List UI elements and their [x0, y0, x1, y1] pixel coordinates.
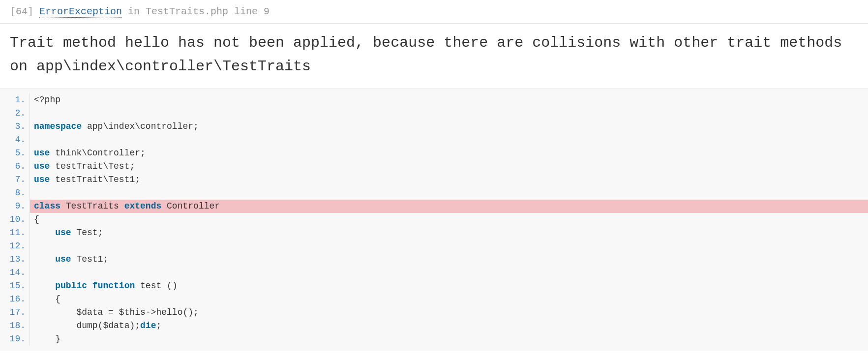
- line-content: [30, 107, 868, 120]
- line-number: 3.: [0, 120, 30, 133]
- file-line: TestTraits.php line 9: [146, 6, 269, 17]
- line-number: 2.: [0, 107, 30, 120]
- line-number: 19.: [0, 332, 30, 346]
- line-content: use think\Controller;: [30, 147, 868, 160]
- line-content: namespace app\index\controller;: [30, 120, 868, 133]
- line-content: $data = $this->hello();: [30, 306, 868, 319]
- code-line: 8.: [0, 186, 868, 200]
- code-line: 17. $data = $this->hello();: [0, 306, 868, 319]
- line-content: use Test;: [30, 226, 868, 240]
- code-line: 15. public function test (): [0, 279, 868, 293]
- line-number: 14.: [0, 266, 30, 279]
- error-header: [64] ErrorException in TestTraits.php li…: [0, 0, 868, 24]
- code-line: 1.<?php: [0, 93, 868, 107]
- line-content: {: [30, 293, 868, 306]
- line-number: 11.: [0, 226, 30, 240]
- line-number: 1.: [0, 93, 30, 107]
- code-line: 3.namespace app\index\controller;: [0, 120, 868, 133]
- line-number: 13.: [0, 253, 30, 266]
- line-content: [30, 186, 868, 200]
- line-content: }: [30, 332, 868, 346]
- code-line: 13. use Test1;: [0, 253, 868, 266]
- line-number: 18.: [0, 319, 30, 332]
- line-number: 16.: [0, 293, 30, 306]
- code-line: 7.use testTrait\Test1;: [0, 173, 868, 186]
- code-block: 1.<?php2. 3.namespace app\index\controll…: [0, 89, 868, 351]
- line-content: use testTrait\Test;: [30, 160, 868, 173]
- line-number: 8.: [0, 186, 30, 200]
- line-content: [30, 266, 868, 279]
- line-number: 4.: [0, 133, 30, 147]
- line-number: 9.: [0, 200, 30, 213]
- line-number: 15.: [0, 279, 30, 293]
- code-line: 16. {: [0, 293, 868, 306]
- exception-link[interactable]: ErrorException: [39, 6, 122, 18]
- code-line: 6.use testTrait\Test;: [0, 160, 868, 173]
- in-text: in: [122, 6, 146, 17]
- code-line: 12.: [0, 240, 868, 253]
- error-code: [64]: [10, 6, 33, 17]
- line-number: 7.: [0, 173, 30, 186]
- code-line: 11. use Test;: [0, 226, 868, 240]
- code-line: 19. }: [0, 332, 868, 346]
- line-content: dump($data);die;: [30, 319, 868, 332]
- error-message: Trait method hello has not been applied,…: [0, 24, 868, 89]
- code-line: 18. dump($data);die;: [0, 319, 868, 332]
- code-line: 4.: [0, 133, 868, 147]
- code-line: 10.{: [0, 213, 868, 226]
- line-content: public function test (): [30, 279, 868, 293]
- line-number: 10.: [0, 213, 30, 226]
- line-content: [30, 240, 868, 253]
- line-content: <?php: [30, 93, 868, 107]
- code-line: 2.: [0, 107, 868, 120]
- line-content: class TestTraits extends Controller: [30, 200, 868, 213]
- line-number: 6.: [0, 160, 30, 173]
- line-number: 12.: [0, 240, 30, 253]
- line-number: 17.: [0, 306, 30, 319]
- line-content: {: [30, 213, 868, 226]
- line-content: use Test1;: [30, 253, 868, 266]
- line-number: 5.: [0, 147, 30, 160]
- code-line: 9.class TestTraits extends Controller: [0, 200, 868, 213]
- line-content: use testTrait\Test1;: [30, 173, 868, 186]
- code-line: 5.use think\Controller;: [0, 147, 868, 160]
- line-content: [30, 133, 868, 147]
- code-line: 14.: [0, 266, 868, 279]
